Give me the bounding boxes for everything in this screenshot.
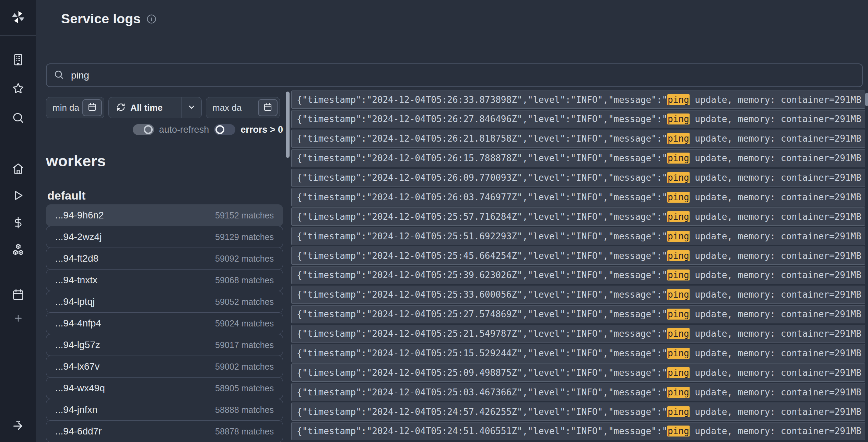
max-date-picker[interactable]: max da bbox=[206, 97, 280, 118]
sidebar-item-resources[interactable] bbox=[11, 243, 25, 256]
worker-row[interactable]: ...94-jnfxn 58888 matches bbox=[46, 399, 283, 421]
log-text-pre: {"timestamp":"2024-12-04T05:25:27.574869… bbox=[297, 309, 667, 319]
log-text-pre: {"timestamp":"2024-12-04T05:25:21.549787… bbox=[297, 328, 667, 339]
worker-matches: 59024 matches bbox=[215, 319, 274, 328]
log-highlight: ping bbox=[667, 406, 690, 417]
search-icon bbox=[54, 69, 64, 81]
sidebar-item-schedules[interactable] bbox=[12, 288, 25, 301]
log-text-post: update, memory: container=291MB bbox=[690, 407, 861, 417]
log-highlight: ping bbox=[667, 114, 690, 124]
log-text-pre: {"timestamp":"2024-12-04T05:24:57.426255… bbox=[297, 407, 667, 417]
errors-toggle[interactable] bbox=[214, 124, 235, 135]
log-row[interactable]: {"timestamp":"2024-12-04T05:26:27.846496… bbox=[291, 110, 865, 128]
worker-name: ...94-tnxtx bbox=[55, 275, 97, 286]
log-highlight: ping bbox=[667, 153, 690, 164]
worker-row[interactable]: ...94-4nfp4 59024 matches bbox=[46, 312, 283, 334]
min-date-picker[interactable]: min da bbox=[46, 97, 104, 118]
log-row[interactable]: {"timestamp":"2024-12-04T05:26:21.818758… bbox=[291, 130, 865, 148]
boxes-icon bbox=[11, 243, 25, 256]
sidebar-item-favorites[interactable] bbox=[12, 82, 25, 95]
worker-row[interactable]: ...94-lg57z 59017 matches bbox=[46, 334, 283, 356]
auto-refresh-toggle[interactable] bbox=[133, 124, 154, 135]
calendar-icon bbox=[12, 288, 25, 301]
worker-name: ...94-2wz4j bbox=[55, 231, 102, 242]
worker-list-scrollbar[interactable] bbox=[286, 92, 290, 158]
log-text-pre: {"timestamp":"2024-12-04T05:26:27.846496… bbox=[297, 114, 667, 124]
sidebar-item-variables[interactable] bbox=[12, 216, 25, 229]
log-row[interactable]: {"timestamp":"2024-12-04T05:24:51.406551… bbox=[291, 422, 865, 440]
building-icon bbox=[12, 53, 25, 66]
sidebar-item-search[interactable] bbox=[12, 111, 25, 124]
toggle-knob bbox=[215, 125, 224, 134]
log-row[interactable]: {"timestamp":"2024-12-04T05:25:27.574869… bbox=[291, 305, 865, 323]
worker-matches: 59129 matches bbox=[215, 232, 274, 242]
log-highlight: ping bbox=[667, 426, 690, 437]
sidebar-logo[interactable] bbox=[0, 0, 36, 36]
page-title: Service logs bbox=[61, 11, 141, 26]
max-date-calendar-button[interactable] bbox=[258, 99, 278, 116]
sidebar-item-add[interactable] bbox=[13, 313, 23, 323]
worker-row[interactable]: ...94-lptqj 59052 matches bbox=[46, 291, 283, 313]
log-row[interactable]: {"timestamp":"2024-12-04T05:25:51.692293… bbox=[291, 227, 865, 245]
max-date-label: max da bbox=[212, 103, 258, 113]
sidebar-item-runs[interactable] bbox=[12, 189, 24, 202]
search-input[interactable] bbox=[71, 70, 855, 81]
log-highlight: ping bbox=[667, 133, 690, 144]
log-row[interactable]: {"timestamp":"2024-12-04T05:25:45.664254… bbox=[291, 247, 865, 265]
sidebar-item-home[interactable] bbox=[12, 162, 25, 175]
log-text-pre: {"timestamp":"2024-12-04T05:25:51.692293… bbox=[297, 231, 667, 241]
log-highlight: ping bbox=[667, 250, 690, 261]
log-row[interactable]: {"timestamp":"2024-12-04T05:25:09.498875… bbox=[291, 363, 865, 382]
log-text-post: update, memory: container=291MB bbox=[690, 133, 861, 144]
worker-row[interactable]: ...94-lx67v 59002 matches bbox=[46, 356, 283, 378]
sidebar-expand[interactable] bbox=[11, 418, 25, 432]
log-row[interactable]: {"timestamp":"2024-12-04T05:26:15.788878… bbox=[291, 149, 865, 167]
worker-name: ...94-jnfxn bbox=[55, 404, 97, 415]
calendar-icon bbox=[263, 103, 272, 113]
log-row[interactable]: {"timestamp":"2024-12-04T05:25:57.716284… bbox=[291, 207, 865, 226]
log-row[interactable]: {"timestamp":"2024-12-04T05:24:57.426255… bbox=[291, 403, 865, 421]
min-date-calendar-button[interactable] bbox=[82, 99, 102, 116]
log-text-post: update, memory: container=291MB bbox=[690, 114, 861, 124]
worker-row[interactable]: ...94-ft2d8 59092 matches bbox=[46, 248, 283, 270]
arrow-right-icon bbox=[11, 418, 25, 432]
log-row[interactable]: {"timestamp":"2024-12-04T05:25:15.529244… bbox=[291, 344, 865, 362]
worker-row[interactable]: ...94-tnxtx 59068 matches bbox=[46, 269, 283, 291]
worker-row[interactable]: ...94-wx49q 58905 matches bbox=[46, 377, 283, 399]
log-row[interactable]: {"timestamp":"2024-12-04T05:26:33.873898… bbox=[291, 91, 865, 109]
log-highlight: ping bbox=[667, 387, 690, 398]
log-highlight: ping bbox=[667, 211, 690, 222]
log-row[interactable]: {"timestamp":"2024-12-04T05:25:21.549787… bbox=[291, 325, 865, 343]
log-text-pre: {"timestamp":"2024-12-04T05:25:09.498875… bbox=[297, 368, 667, 378]
time-range-dropdown[interactable] bbox=[181, 102, 201, 114]
log-text-post: update, memory: container=291MB bbox=[690, 251, 861, 261]
log-row[interactable]: {"timestamp":"2024-12-04T05:26:09.770093… bbox=[291, 169, 865, 187]
service-logs-page: Service logs min da bbox=[0, 0, 868, 442]
log-text-post: update, memory: container=291MB bbox=[690, 192, 861, 202]
worker-row[interactable]: ...94-6dd7r 58878 matches bbox=[46, 420, 283, 442]
workers-heading: workers bbox=[46, 152, 106, 170]
worker-name: ...94-ft2d8 bbox=[55, 253, 98, 264]
log-highlight: ping bbox=[667, 309, 690, 320]
log-row[interactable]: {"timestamp":"2024-12-04T05:25:03.467366… bbox=[291, 383, 865, 401]
log-text-pre: {"timestamp":"2024-12-04T05:25:33.600056… bbox=[297, 289, 667, 300]
log-highlight: ping bbox=[667, 94, 690, 105]
log-scrollbar[interactable] bbox=[865, 93, 868, 106]
log-row[interactable]: {"timestamp":"2024-12-04T05:25:39.623026… bbox=[291, 266, 865, 284]
sidebar-item-workspace[interactable] bbox=[12, 53, 25, 66]
errors-label: errors > 0 bbox=[241, 124, 283, 135]
log-row[interactable]: {"timestamp":"2024-12-04T05:25:33.600056… bbox=[291, 286, 865, 304]
worker-row[interactable]: ...94-2wz4j 59129 matches bbox=[46, 226, 283, 248]
log-text-pre: {"timestamp":"2024-12-04T05:25:15.529244… bbox=[297, 348, 667, 358]
log-highlight: ping bbox=[667, 270, 690, 280]
worker-name: ...94-lptqj bbox=[55, 296, 95, 307]
star-icon bbox=[12, 82, 25, 95]
log-row[interactable]: {"timestamp":"2024-12-04T05:26:03.746977… bbox=[291, 188, 865, 206]
worker-row[interactable]: ...94-9h6n2 59152 matches bbox=[46, 204, 283, 226]
log-text-pre: {"timestamp":"2024-12-04T05:26:09.770093… bbox=[297, 172, 667, 183]
sidebar bbox=[0, 0, 36, 442]
time-range-button[interactable]: All time bbox=[108, 97, 202, 118]
info-icon[interactable] bbox=[146, 14, 157, 24]
log-text-pre: {"timestamp":"2024-12-04T05:25:03.467366… bbox=[297, 387, 667, 397]
log-text-pre: {"timestamp":"2024-12-04T05:25:57.716284… bbox=[297, 212, 667, 222]
